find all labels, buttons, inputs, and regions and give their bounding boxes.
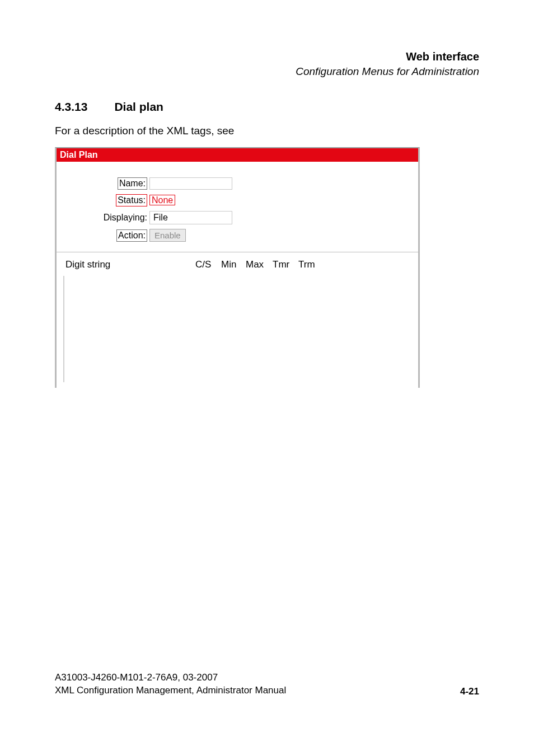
col-digit: Digit string: [65, 259, 195, 270]
header-subtitle: Configuration Menus for Administration: [55, 65, 479, 78]
enable-button[interactable]: Enable: [149, 229, 186, 242]
intro-text: For a description of the XML tags, see: [55, 125, 479, 137]
row-status: Status: None: [64, 194, 410, 206]
column-headers: Digit string C/S Min Max Tmr Trm: [64, 259, 410, 276]
footer-line2: XML Configuration Management, Administra…: [55, 684, 286, 697]
list-area: [63, 276, 410, 382]
col-cs: C/S: [195, 259, 221, 270]
displaying-label: Displaying:: [64, 213, 149, 223]
col-min: Min: [221, 259, 246, 270]
footer-line1: A31003-J4260-M101-2-76A9, 03-2007: [55, 672, 286, 684]
row-action: Action: Enable: [64, 229, 410, 242]
status-value: None: [149, 195, 175, 205]
dial-plan-panel: Dial Plan Name: Status: None Display: [55, 147, 420, 388]
section-title: Dial plan: [114, 100, 163, 113]
footer-page: 4-21: [460, 686, 479, 697]
header-title: Web interface: [55, 50, 479, 63]
name-input[interactable]: [149, 177, 232, 190]
col-max: Max: [246, 259, 273, 270]
footer-left: A31003-J4260-M101-2-76A9, 03-2007 XML Co…: [55, 672, 286, 697]
status-label: Status:: [64, 194, 149, 206]
name-label: Name:: [64, 177, 149, 190]
displaying-select[interactable]: File: [149, 211, 232, 224]
col-trm: Trm: [298, 259, 324, 270]
panel-title: Dial Plan: [57, 148, 418, 162]
row-displaying: Displaying: File: [64, 211, 410, 224]
section-number: 4.3.13: [55, 100, 87, 114]
row-name: Name:: [64, 177, 410, 190]
page-header: Web interface Configuration Menus for Ad…: [55, 50, 479, 78]
action-button-wrap: Enable: [149, 229, 186, 242]
panel-body: Name: Status: None Displaying: File: [57, 162, 418, 388]
col-tmr: Tmr: [273, 259, 298, 270]
page-footer: A31003-J4260-M101-2-76A9, 03-2007 XML Co…: [55, 672, 479, 697]
section-heading: 4.3.13Dial plan: [55, 100, 479, 114]
divider: [57, 252, 418, 252]
action-label: Action:: [64, 229, 149, 242]
